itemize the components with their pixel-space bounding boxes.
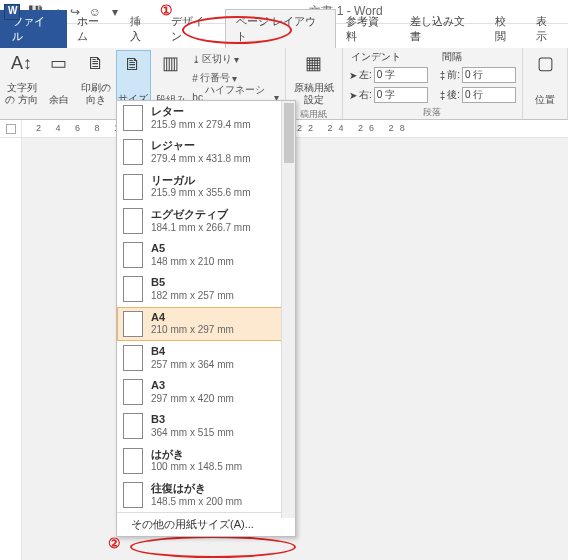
size-option-name: B3 [151, 413, 234, 427]
dropdown-scrollbar[interactable] [281, 101, 295, 518]
spacing-before-input[interactable]: 0 行 [462, 67, 516, 83]
size-option-b5[interactable]: B5182 mm x 257 mm [117, 272, 295, 306]
size-option-name: 往復はがき [151, 482, 242, 496]
size-option-dims: 297 mm x 420 mm [151, 393, 234, 406]
size-option-name: A4 [151, 311, 234, 325]
group-paragraph: インデント ➤左:0 字 ➤右:0 字 間隔 ‡前:0 行 ‡後:0 行 段落 [343, 48, 523, 119]
breaks-button[interactable]: ⤓区切り ▾ [190, 50, 281, 68]
annotation-number-1: ① [160, 2, 173, 18]
text-direction-icon: A↕ [11, 52, 32, 76]
spacing-after-label: 後: [447, 88, 460, 102]
annotation-circle-2 [130, 536, 296, 558]
position-icon: ▢ [537, 52, 554, 76]
size-option-name: A5 [151, 242, 234, 256]
indent-left-icon: ➤ [349, 70, 357, 81]
page-icon [123, 276, 143, 302]
annotation-number-2: ② [108, 535, 121, 551]
size-option-b3[interactable]: B3364 mm x 515 mm [117, 409, 295, 443]
size-option-dims: 100 mm x 148.5 mm [151, 461, 242, 474]
size-option-レジャー[interactable]: レジャー279.4 mm x 431.8 mm [117, 135, 295, 169]
more-paper-sizes-item[interactable]: その他の用紙サイズ(A)... [117, 512, 295, 536]
page-icon [123, 379, 143, 405]
size-option-a3[interactable]: A3297 mm x 420 mm [117, 375, 295, 409]
size-option-往復はがき[interactable]: 往復はがき148.5 mm x 200 mm [117, 478, 295, 512]
spacing-after-input[interactable]: 0 行 [462, 87, 516, 103]
size-option-name: レター [151, 105, 250, 119]
size-option-name: はがき [151, 448, 242, 462]
manuscript-button[interactable]: ▦原稿用紙 設定 [290, 50, 338, 108]
annotation-circle-1 [182, 16, 292, 44]
tab-references[interactable]: 参考資料 [336, 10, 399, 48]
indent-right-icon: ➤ [349, 90, 357, 101]
size-option-a4[interactable]: A4210 mm x 297 mm [117, 307, 295, 341]
size-option-a5[interactable]: A5148 mm x 210 mm [117, 238, 295, 272]
orientation-icon: 🗎 [87, 52, 105, 76]
size-option-dims: 184.1 mm x 266.7 mm [151, 222, 250, 235]
page-icon [123, 345, 143, 371]
size-option-リーガル[interactable]: リーガル215.9 mm x 355.6 mm [117, 170, 295, 204]
line-numbers-icon: # [192, 73, 198, 84]
size-icon: 🗎 [124, 53, 142, 77]
page-icon [123, 174, 143, 200]
spacing-before-label: 前: [447, 68, 460, 82]
size-option-dims: 364 mm x 515 mm [151, 427, 234, 440]
paragraph-group-label: 段落 [349, 106, 516, 120]
margins-icon: ▭ [50, 52, 67, 76]
page-icon [123, 448, 143, 474]
size-option-エグゼクティブ[interactable]: エグゼクティブ184.1 mm x 266.7 mm [117, 204, 295, 238]
size-option-name: B5 [151, 276, 234, 290]
margins-button[interactable]: ▭余白 [41, 50, 76, 108]
size-option-はがき[interactable]: はがき100 mm x 148.5 mm [117, 444, 295, 478]
size-option-name: レジャー [151, 139, 250, 153]
breaks-icon: ⤓ [192, 54, 200, 65]
page-icon [123, 105, 143, 131]
size-option-レター[interactable]: レター215.9 mm x 279.4 mm [117, 101, 295, 135]
size-option-dims: 182 mm x 257 mm [151, 290, 234, 303]
indent-left-label: 左: [359, 68, 372, 82]
tab-insert[interactable]: 挿入 [120, 10, 162, 48]
size-option-dims: 215.9 mm x 279.4 mm [151, 119, 250, 132]
size-option-name: B4 [151, 345, 234, 359]
tab-review[interactable]: 校閲 [485, 10, 527, 48]
tab-view[interactable]: 表示 [526, 10, 568, 48]
word-icon [4, 4, 20, 20]
page-icon [123, 242, 143, 268]
page-icon [123, 413, 143, 439]
size-option-dims: 279.4 mm x 431.8 mm [151, 153, 250, 166]
page-icon [123, 311, 143, 337]
size-option-dims: 148 mm x 210 mm [151, 256, 234, 269]
spacing-header: 間隔 [440, 50, 516, 64]
spacing-after-icon: ‡ [440, 90, 446, 101]
text-direction-button[interactable]: A↕文字列の 方向 [4, 50, 39, 108]
page-icon [123, 208, 143, 234]
tab-mailings[interactable]: 差し込み文書 [400, 10, 485, 48]
vertical-ruler[interactable] [0, 138, 22, 560]
group-arrange: ▢位置 [523, 48, 568, 119]
size-option-dims: 257 mm x 364 mm [151, 359, 234, 372]
ruler-corner[interactable] [0, 120, 22, 137]
size-option-name: リーガル [151, 174, 250, 188]
page-icon [123, 482, 143, 508]
size-option-b4[interactable]: B4257 mm x 364 mm [117, 341, 295, 375]
indent-header: インデント [349, 50, 428, 64]
indent-right-input[interactable]: 0 字 [374, 87, 428, 103]
orientation-button[interactable]: 🗎印刷の 向き [78, 50, 113, 108]
indent-right-label: 右: [359, 88, 372, 102]
indent-left-input[interactable]: 0 字 [374, 67, 428, 83]
page-icon [123, 139, 143, 165]
size-option-name: エグゼクティブ [151, 208, 250, 222]
columns-icon: ▥ [162, 52, 179, 76]
manuscript-icon: ▦ [305, 52, 322, 76]
size-option-dims: 148.5 mm x 200 mm [151, 496, 242, 509]
size-dropdown: レター215.9 mm x 279.4 mmレジャー279.4 mm x 431… [116, 100, 296, 537]
size-option-dims: 215.9 mm x 355.6 mm [151, 187, 250, 200]
size-option-name: A3 [151, 379, 234, 393]
position-button[interactable]: ▢位置 [527, 50, 563, 108]
spacing-before-icon: ‡ [440, 70, 446, 81]
tab-home[interactable]: ホーム [67, 10, 119, 48]
size-option-dims: 210 mm x 297 mm [151, 324, 234, 337]
